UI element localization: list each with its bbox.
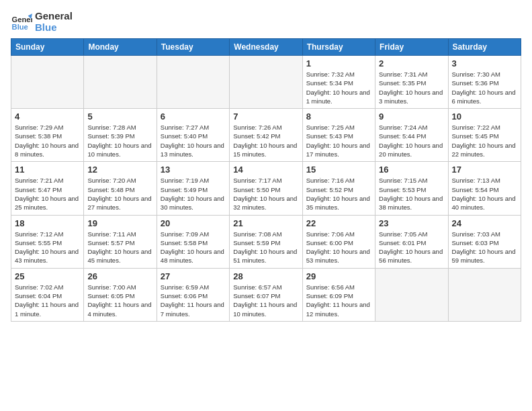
- day-number: 24: [452, 218, 517, 228]
- day-number: 6: [161, 111, 226, 122]
- day-info: Sunrise: 7:29 AM Sunset: 5:38 PM Dayligh…: [15, 123, 80, 158]
- weekday-header-friday: Friday: [375, 39, 448, 56]
- day-cell: 14Sunrise: 7:17 AM Sunset: 5:50 PM Dayli…: [230, 162, 302, 215]
- day-cell: 19Sunrise: 7:11 AM Sunset: 5:57 PM Dayli…: [84, 215, 157, 268]
- day-info: Sunrise: 7:27 AM Sunset: 5:40 PM Dayligh…: [161, 123, 226, 158]
- day-number: 15: [306, 165, 371, 175]
- day-number: 14: [233, 165, 298, 175]
- day-number: 29: [306, 271, 371, 281]
- week-row-3: 11Sunrise: 7:21 AM Sunset: 5:47 PM Dayli…: [11, 162, 521, 215]
- day-info: Sunrise: 7:28 AM Sunset: 5:39 PM Dayligh…: [87, 123, 152, 158]
- logo-general: General: [35, 11, 73, 22]
- day-cell: [375, 268, 448, 321]
- day-number: 17: [452, 165, 517, 175]
- day-info: Sunrise: 7:08 AM Sunset: 5:59 PM Dayligh…: [233, 230, 298, 265]
- day-info: Sunrise: 7:00 AM Sunset: 6:05 PM Dayligh…: [87, 283, 152, 318]
- day-cell: 4Sunrise: 7:29 AM Sunset: 5:38 PM Daylig…: [11, 109, 84, 162]
- day-info: Sunrise: 7:19 AM Sunset: 5:49 PM Dayligh…: [161, 176, 226, 212]
- day-cell: 25Sunrise: 7:02 AM Sunset: 6:04 PM Dayli…: [11, 268, 84, 321]
- day-info: Sunrise: 7:03 AM Sunset: 6:03 PM Dayligh…: [452, 230, 517, 265]
- day-number: 19: [87, 218, 152, 228]
- weekday-header-monday: Monday: [84, 39, 157, 56]
- day-info: Sunrise: 7:13 AM Sunset: 5:54 PM Dayligh…: [452, 176, 517, 212]
- day-number: 16: [379, 165, 444, 175]
- day-cell: 18Sunrise: 7:12 AM Sunset: 5:55 PM Dayli…: [11, 215, 84, 268]
- day-cell: [157, 56, 229, 109]
- logo-blue: Blue: [35, 22, 73, 34]
- day-info: Sunrise: 7:06 AM Sunset: 6:00 PM Dayligh…: [306, 230, 371, 265]
- day-info: Sunrise: 7:20 AM Sunset: 5:48 PM Dayligh…: [87, 176, 152, 212]
- day-info: Sunrise: 7:21 AM Sunset: 5:47 PM Dayligh…: [15, 176, 80, 212]
- day-number: 3: [452, 58, 517, 68]
- day-info: Sunrise: 7:31 AM Sunset: 5:35 PM Dayligh…: [379, 70, 444, 105]
- day-cell: 16Sunrise: 7:15 AM Sunset: 5:53 PM Dayli…: [375, 162, 448, 215]
- day-number: 1: [306, 58, 371, 68]
- day-cell: 29Sunrise: 6:56 AM Sunset: 6:09 PM Dayli…: [302, 268, 375, 321]
- day-info: Sunrise: 6:56 AM Sunset: 6:09 PM Dayligh…: [306, 283, 371, 318]
- day-number: 26: [87, 271, 152, 281]
- day-number: 23: [379, 218, 444, 228]
- weekday-header-row: SundayMondayTuesdayWednesdayThursdayFrid…: [11, 39, 521, 56]
- week-row-2: 4Sunrise: 7:29 AM Sunset: 5:38 PM Daylig…: [11, 109, 521, 162]
- day-info: Sunrise: 7:26 AM Sunset: 5:42 PM Dayligh…: [233, 123, 298, 158]
- header: General Blue General Blue: [11, 11, 521, 33]
- day-cell: 27Sunrise: 6:59 AM Sunset: 6:06 PM Dayli…: [157, 268, 229, 321]
- day-cell: [448, 268, 521, 321]
- weekday-header-thursday: Thursday: [302, 39, 375, 56]
- day-info: Sunrise: 7:24 AM Sunset: 5:44 PM Dayligh…: [379, 123, 444, 158]
- day-cell: 12Sunrise: 7:20 AM Sunset: 5:48 PM Dayli…: [84, 162, 157, 215]
- day-cell: 23Sunrise: 7:05 AM Sunset: 6:01 PM Dayli…: [375, 215, 448, 268]
- svg-text:Blue: Blue: [12, 23, 28, 31]
- week-row-1: 1Sunrise: 7:32 AM Sunset: 5:34 PM Daylig…: [11, 56, 521, 109]
- day-cell: 7Sunrise: 7:26 AM Sunset: 5:42 PM Daylig…: [230, 109, 302, 162]
- day-info: Sunrise: 7:16 AM Sunset: 5:52 PM Dayligh…: [306, 176, 371, 212]
- logo-icon: General Blue: [11, 11, 32, 33]
- weekday-header-tuesday: Tuesday: [157, 39, 229, 56]
- day-cell: 15Sunrise: 7:16 AM Sunset: 5:52 PM Dayli…: [302, 162, 375, 215]
- day-cell: 28Sunrise: 6:57 AM Sunset: 6:07 PM Dayli…: [230, 268, 302, 321]
- day-info: Sunrise: 7:15 AM Sunset: 5:53 PM Dayligh…: [379, 176, 444, 212]
- day-info: Sunrise: 6:59 AM Sunset: 6:06 PM Dayligh…: [161, 283, 226, 318]
- day-number: 12: [87, 165, 152, 175]
- day-cell: 20Sunrise: 7:09 AM Sunset: 5:58 PM Dayli…: [157, 215, 229, 268]
- day-cell: 2Sunrise: 7:31 AM Sunset: 5:35 PM Daylig…: [375, 56, 448, 109]
- day-cell: 5Sunrise: 7:28 AM Sunset: 5:39 PM Daylig…: [84, 109, 157, 162]
- day-info: Sunrise: 7:17 AM Sunset: 5:50 PM Dayligh…: [233, 176, 298, 212]
- day-info: Sunrise: 7:25 AM Sunset: 5:43 PM Dayligh…: [306, 123, 371, 158]
- day-cell: 3Sunrise: 7:30 AM Sunset: 5:36 PM Daylig…: [448, 56, 521, 109]
- day-number: 27: [161, 271, 226, 281]
- day-cell: 6Sunrise: 7:27 AM Sunset: 5:40 PM Daylig…: [157, 109, 229, 162]
- logo: General Blue General Blue: [11, 11, 73, 33]
- day-info: Sunrise: 7:32 AM Sunset: 5:34 PM Dayligh…: [306, 70, 371, 105]
- day-number: 13: [161, 165, 226, 175]
- day-info: Sunrise: 7:11 AM Sunset: 5:57 PM Dayligh…: [87, 230, 152, 265]
- day-info: Sunrise: 7:30 AM Sunset: 5:36 PM Dayligh…: [452, 70, 517, 105]
- day-number: 9: [379, 111, 444, 122]
- weekday-header-saturday: Saturday: [448, 39, 521, 56]
- day-cell: 26Sunrise: 7:00 AM Sunset: 6:05 PM Dayli…: [84, 268, 157, 321]
- week-row-5: 25Sunrise: 7:02 AM Sunset: 6:04 PM Dayli…: [11, 268, 521, 321]
- day-info: Sunrise: 6:57 AM Sunset: 6:07 PM Dayligh…: [233, 283, 298, 318]
- day-cell: 24Sunrise: 7:03 AM Sunset: 6:03 PM Dayli…: [448, 215, 521, 268]
- day-cell: [11, 56, 84, 109]
- day-cell: 13Sunrise: 7:19 AM Sunset: 5:49 PM Dayli…: [157, 162, 229, 215]
- day-cell: [230, 56, 302, 109]
- day-cell: 21Sunrise: 7:08 AM Sunset: 5:59 PM Dayli…: [230, 215, 302, 268]
- day-cell: 22Sunrise: 7:06 AM Sunset: 6:00 PM Dayli…: [302, 215, 375, 268]
- day-number: 2: [379, 58, 444, 68]
- day-cell: 8Sunrise: 7:25 AM Sunset: 5:43 PM Daylig…: [302, 109, 375, 162]
- week-row-4: 18Sunrise: 7:12 AM Sunset: 5:55 PM Dayli…: [11, 215, 521, 268]
- day-number: 18: [15, 218, 80, 228]
- day-number: 22: [306, 218, 371, 228]
- calendar: SundayMondayTuesdayWednesdayThursdayFrid…: [11, 38, 521, 322]
- day-cell: 17Sunrise: 7:13 AM Sunset: 5:54 PM Dayli…: [448, 162, 521, 215]
- day-info: Sunrise: 7:09 AM Sunset: 5:58 PM Dayligh…: [161, 230, 226, 265]
- day-cell: 1Sunrise: 7:32 AM Sunset: 5:34 PM Daylig…: [302, 56, 375, 109]
- weekday-header-sunday: Sunday: [11, 39, 84, 56]
- day-info: Sunrise: 7:12 AM Sunset: 5:55 PM Dayligh…: [15, 230, 80, 265]
- day-info: Sunrise: 7:22 AM Sunset: 5:45 PM Dayligh…: [452, 123, 517, 158]
- day-number: 7: [233, 111, 298, 122]
- weekday-header-wednesday: Wednesday: [230, 39, 302, 56]
- day-cell: [84, 56, 157, 109]
- day-number: 21: [233, 218, 298, 228]
